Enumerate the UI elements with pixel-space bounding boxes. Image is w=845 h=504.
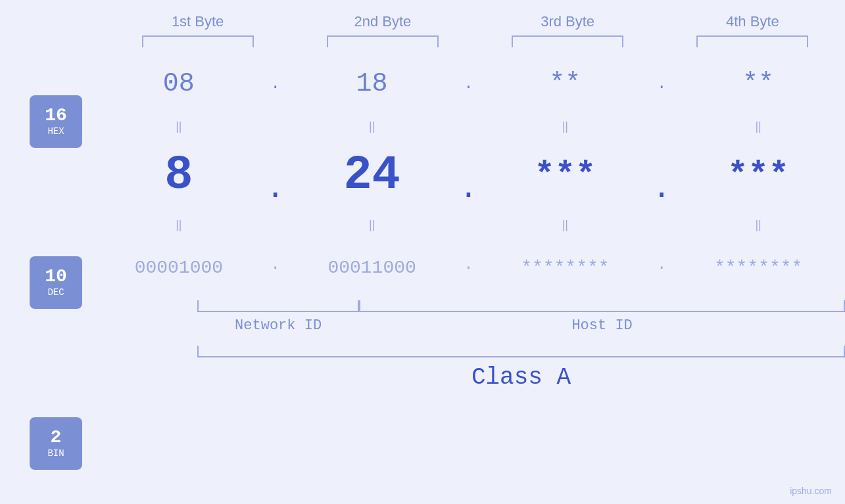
hex-cell-1: 08 <box>92 69 266 99</box>
sep-1-1: || <box>92 120 266 133</box>
full-bracket <box>197 346 845 357</box>
hex-cell-4: ** <box>671 69 845 99</box>
hex-cell-3: ** <box>479 69 652 99</box>
rows-wrapper: 08 . 18 . ** . ** || || <box>92 54 845 504</box>
equals-row-2: || || || || <box>92 212 845 238</box>
hex-dot-2: . <box>459 75 479 93</box>
network-bracket <box>197 300 359 312</box>
network-id-label: Network ID <box>197 317 359 334</box>
byte-header-3: 3rd Byte <box>475 13 660 30</box>
dec-dot-3: . <box>652 171 671 212</box>
bracket-top-1 <box>142 35 254 47</box>
hex-row: 08 . 18 . ** . ** <box>92 54 845 113</box>
bracket-top-3 <box>512 35 623 47</box>
watermark: ipshu.com <box>790 486 832 496</box>
hex-cell-2: 18 <box>285 69 459 99</box>
bottom-section: Network ID Host ID Class A <box>197 300 845 391</box>
dec-dot-2: . <box>459 171 479 212</box>
byte-header-1: 1st Byte <box>105 13 290 30</box>
badge-dec: 10 DEC <box>30 256 82 309</box>
dec-dot-1: . <box>266 171 285 212</box>
id-labels: Network ID Host ID <box>197 317 845 334</box>
host-bracket <box>359 300 845 312</box>
bracket-top-2 <box>327 35 439 47</box>
bin-row: 00001000 . 00011000 . ******** . *******… <box>92 238 845 297</box>
badge-bin: 2 BIN <box>30 417 82 470</box>
bin-dot-3: . <box>652 256 671 280</box>
sep-2-2: || <box>285 218 459 232</box>
sep-2-4: || <box>671 218 845 232</box>
bin-cell-1: 00001000 <box>92 258 266 278</box>
bin-cell-2: 00011000 <box>285 258 459 278</box>
hex-dot-3: . <box>652 75 671 93</box>
sep-2-3: || <box>479 218 652 232</box>
dec-cell-3: *** <box>479 156 652 195</box>
bin-cell-3: ******** <box>479 258 652 278</box>
byte-header-2: 2nd Byte <box>290 13 475 30</box>
badge-hex: 16 HEX <box>30 95 82 148</box>
dec-row: 8 . 24 . *** . *** <box>92 139 845 212</box>
class-label: Class A <box>197 364 845 391</box>
sep-1-2: || <box>285 120 459 133</box>
dec-cell-4: *** <box>671 156 845 195</box>
dec-cell-2: 24 <box>285 149 459 202</box>
host-id-label: Host ID <box>359 317 845 334</box>
bottom-brackets <box>197 300 845 312</box>
hex-dot-1: . <box>266 75 285 93</box>
sep-2-1: || <box>92 218 266 232</box>
dec-cell-1: 8 <box>92 149 266 202</box>
bracket-top-4 <box>696 35 808 47</box>
badges-column: 16 HEX 10 DEC 2 BIN <box>0 54 92 504</box>
bin-dot-2: . <box>459 256 479 280</box>
main-container: 1st Byte 2nd Byte 3rd Byte 4th Byte 16 H… <box>0 0 845 504</box>
bin-dot-1: . <box>266 256 285 280</box>
sep-1-3: || <box>479 120 652 133</box>
byte-header-4: 4th Byte <box>660 13 845 30</box>
bin-cell-4: ******** <box>671 258 845 278</box>
top-brackets <box>105 35 845 47</box>
sep-1-4: || <box>671 120 845 133</box>
byte-headers-row: 1st Byte 2nd Byte 3rd Byte 4th Byte <box>0 0 845 30</box>
equals-row-1: || || || || <box>92 113 845 139</box>
